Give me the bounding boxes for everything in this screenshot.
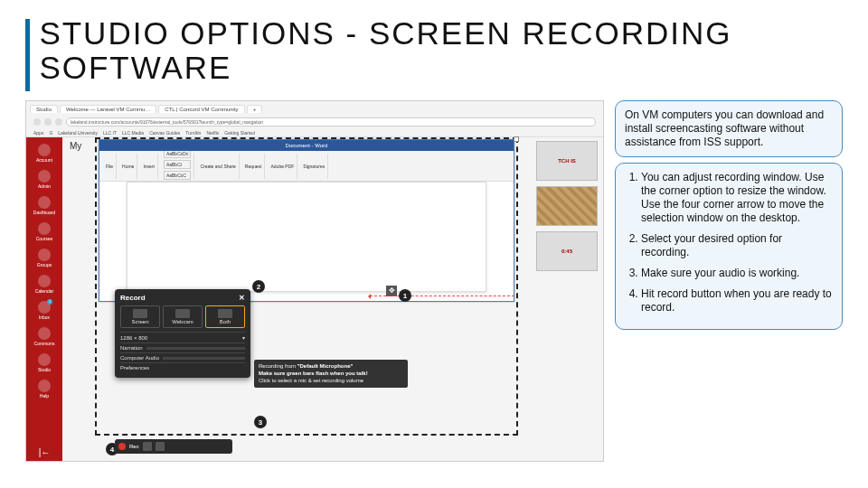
mic-tooltip: Recording from "Default Microphone" Make…	[254, 360, 408, 388]
preferences-row[interactable]: Preferences	[120, 362, 245, 372]
commons-icon	[38, 327, 51, 340]
bookmark[interactable]: LLC IT	[103, 130, 117, 136]
pause-icon[interactable]	[143, 442, 152, 451]
bookmark[interactable]: Apps	[33, 130, 43, 136]
sidebar-label: Courses	[36, 236, 53, 241]
canvas-sidebar: Account Admin Dashboard Courses Groups C…	[26, 137, 62, 461]
ribbon-tabs: File	[103, 154, 117, 179]
page-heading: My	[70, 141, 81, 151]
dashboard-icon	[38, 196, 51, 209]
sidebar-label: Inbox	[39, 314, 50, 320]
ribbon-group: Request	[242, 154, 266, 179]
ribbon-group: Signatures	[300, 154, 328, 179]
sidebar-item-dashboard[interactable]: Dashboard	[30, 193, 59, 218]
narration-row[interactable]: Narration	[120, 343, 245, 352]
sidebar-item-commons[interactable]: Commons	[30, 324, 59, 349]
back-button[interactable]	[33, 118, 41, 126]
volume-meter	[163, 357, 245, 360]
callout-marker-1: 1	[399, 289, 411, 302]
bookmark[interactable]: Netflix	[206, 130, 219, 136]
record-label: Rec	[129, 444, 139, 449]
media-thumbnails: TCH IS 0:45	[536, 141, 598, 271]
media-thumb[interactable]: TCH IS	[536, 141, 598, 181]
intro-text: On VM computers you can download and ins…	[625, 108, 824, 148]
sidebar-item-admin[interactable]: Admin	[30, 167, 59, 192]
inbox-icon: 2	[38, 301, 51, 314]
ribbon-tab[interactable]: Home	[122, 164, 134, 169]
ribbon-tab[interactable]: Insert	[143, 164, 155, 169]
webcam-icon	[175, 309, 190, 318]
sidebar-item-help[interactable]: Help	[30, 377, 59, 401]
bookmark[interactable]: LLC Media	[122, 130, 144, 136]
step-item: You can adjust recording window. Use the…	[641, 171, 833, 225]
record-panel-header: Record ✕	[120, 294, 245, 302]
browser-tab[interactable]: CTL | Concord VM Community	[158, 105, 244, 113]
sidebar-label: Groups	[37, 262, 52, 267]
monitor-icon	[133, 309, 147, 318]
sidebar-label: Dashboard	[33, 210, 55, 215]
app-body: Account Admin Dashboard Courses Groups C…	[26, 137, 603, 461]
inbox-badge: 2	[47, 299, 52, 305]
accent-bar	[25, 19, 30, 91]
record-button[interactable]	[118, 443, 126, 450]
step-item: Hit record button when you are ready to …	[641, 287, 833, 314]
sidebar-item-account[interactable]: Account	[30, 141, 59, 165]
draw-icon[interactable]	[156, 442, 165, 451]
browser-tab[interactable]: Studio	[30, 105, 58, 113]
bookmark[interactable]: Lakeland University	[58, 130, 98, 136]
styles-gallery[interactable]: AaBbCcDc AaBbCcDc AaBbCi AaBbCcC AaB	[161, 154, 194, 179]
sidebar-label: Commons	[34, 341, 55, 346]
sidebar-item-groups[interactable]: Groups	[30, 246, 59, 270]
sidebar-item-calendar[interactable]: Calendar	[30, 272, 59, 296]
slide-title: STUDIO OPTIONS - SCREEN RECORDING SOFTWA…	[39, 16, 843, 85]
record-option-webcam[interactable]: Webcam	[163, 305, 203, 328]
close-icon[interactable]: ✕	[239, 294, 245, 302]
record-toolbar: Rec	[115, 439, 232, 454]
reload-button[interactable]	[55, 118, 62, 126]
callout-arrow	[370, 296, 514, 296]
word-document	[127, 182, 486, 292]
style-option[interactable]: AaBbCi	[164, 160, 191, 169]
sidebar-label: Help	[40, 393, 49, 399]
word-window: Document - Word File Home Insert	[99, 139, 514, 302]
instructions-panel: On VM computers you can download and ins…	[615, 100, 843, 462]
volume-meter	[146, 347, 245, 350]
sidebar-label: Account	[36, 157, 52, 163]
bookmark[interactable]: Canvas Guides	[149, 130, 180, 136]
admin-icon	[38, 170, 51, 183]
chevron-down-icon: ▾	[242, 334, 245, 341]
bookmark[interactable]: Getting Started	[224, 130, 255, 136]
sidebar-collapse[interactable]: |←	[35, 444, 54, 461]
new-tab-button[interactable]: +	[247, 105, 263, 113]
address-row: lakeland.instructure.com/accounts/91076/…	[26, 116, 603, 128]
steps-box: You can adjust recording window. Use the…	[615, 163, 843, 330]
browser-tab[interactable]: Welcome — Laravel VM Commu…	[60, 105, 156, 113]
slide: STUDIO OPTIONS - SCREEN RECORDING SOFTWA…	[0, 0, 868, 488]
sidebar-item-courses[interactable]: Courses	[30, 220, 59, 244]
bookmarks-bar: Apps G Lakeland University LLC IT LLC Me…	[26, 128, 603, 137]
media-thumb[interactable]: 0:45	[536, 231, 598, 271]
both-icon	[218, 309, 232, 318]
sidebar-item-inbox[interactable]: 2Inbox	[30, 298, 59, 323]
studio-icon	[38, 353, 51, 366]
sidebar-item-studio[interactable]: Studio	[30, 351, 59, 375]
style-option[interactable]: AaBbCcC	[164, 171, 191, 180]
computer-audio-row[interactable]: Computer Audio	[120, 352, 245, 362]
record-options: Screen Webcam Both	[120, 305, 245, 328]
bookmark[interactable]: TurnItIn	[185, 130, 201, 136]
record-panel-title: Record	[120, 294, 146, 302]
record-size-row[interactable]: 1286 × 800▾	[120, 332, 245, 343]
sidebar-label: Calendar	[35, 288, 53, 294]
ribbon-group: Create and Share	[197, 154, 239, 179]
style-option[interactable]: AaBbCcDc	[164, 151, 191, 158]
record-option-both[interactable]: Both	[205, 305, 245, 328]
ribbon-tab[interactable]: File	[106, 164, 113, 169]
callout-marker-2: 2	[252, 280, 265, 293]
bookmark[interactable]: G	[49, 130, 52, 136]
address-bar[interactable]: lakeland.instructure.com/accounts/91076/…	[66, 117, 596, 127]
forward-button[interactable]	[44, 118, 52, 126]
groups-icon	[38, 249, 51, 261]
record-option-screen[interactable]: Screen	[120, 305, 160, 328]
media-thumb[interactable]	[536, 186, 598, 226]
calendar-icon	[38, 275, 51, 287]
